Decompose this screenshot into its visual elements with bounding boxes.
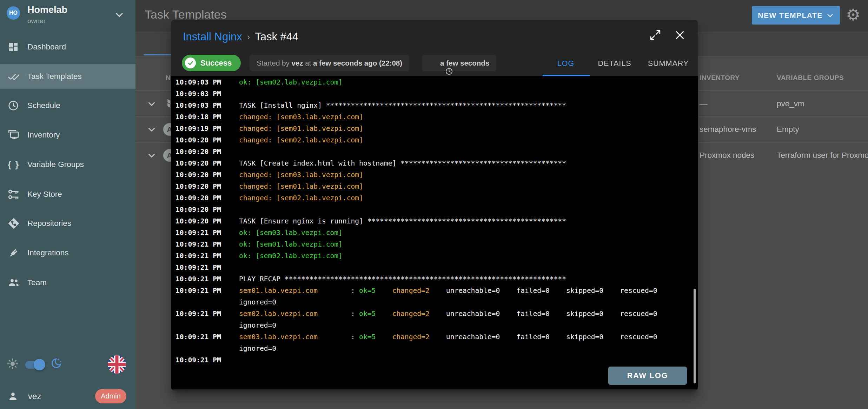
sidebar-item-variable-groups[interactable]: { }Variable Groups xyxy=(0,152,135,177)
dark-mode-toggle-knob[interactable] xyxy=(34,359,45,370)
gear-icon[interactable]: ⚙ xyxy=(846,5,860,25)
tab-log[interactable]: LOG xyxy=(557,59,574,68)
column-header-variable-groups: VARIABLE GROUPS xyxy=(777,74,844,82)
log-message: ignored=0 xyxy=(239,344,276,353)
log-timestamp: 10:09:18 PM xyxy=(175,113,221,121)
log-message: changed: [sem01.lab.vezpi.com] xyxy=(239,182,363,190)
sidebar-item-label: Repositories xyxy=(27,219,71,228)
log-line: 10:09:21 PMok: [sem03.lab.vezpi.com] xyxy=(175,227,698,239)
chevron-down-icon[interactable] xyxy=(147,99,156,108)
log-timestamp: 10:09:20 PM xyxy=(175,206,221,214)
log-line: 10:09:20 PM xyxy=(175,146,698,157)
moon-icon xyxy=(51,357,63,370)
cell-variable-groups: Terraform user for Proxmox xyxy=(777,151,868,160)
sidebar-item-label: Inventory xyxy=(27,130,60,140)
started-user: vez xyxy=(291,59,303,67)
schedule-icon xyxy=(8,100,20,112)
log-timestamp: 10:09:21 PM xyxy=(175,275,221,283)
tab-details[interactable]: DETAILS xyxy=(598,59,631,68)
sidebar-item-key-store[interactable]: Key Store xyxy=(0,182,135,207)
theme-toggle-row xyxy=(0,355,135,375)
page-title: Task Templates xyxy=(145,8,227,21)
template-link[interactable]: Install Nginx xyxy=(183,31,242,43)
team-icon xyxy=(8,277,20,289)
log-line: 10:09:03 PMTASK [Install nginx] ********… xyxy=(175,100,698,111)
chevron-down-icon[interactable] xyxy=(147,125,156,134)
sidebar-item-label: Variable Groups xyxy=(27,160,84,169)
log-timestamp: 10:09:21 PM xyxy=(175,240,221,248)
log-timestamp: 10:09:03 PM xyxy=(175,90,221,98)
log-line: ignored=0 xyxy=(175,343,698,354)
sidebar-item-label: Dashboard xyxy=(27,42,66,52)
log-line: 10:09:21 PM xyxy=(175,262,698,273)
chevron-down-icon[interactable] xyxy=(147,151,156,160)
user-row[interactable]: vez Admin xyxy=(0,386,135,407)
repositories-icon xyxy=(8,217,20,229)
log-line: 10:09:20 PMchanged: [sem02.lab.vezpi.com… xyxy=(175,134,698,146)
uk-flag-icon[interactable] xyxy=(108,355,126,374)
log-timestamp: 10:09:20 PM xyxy=(175,159,221,167)
log-timestamp: 10:09:20 PM xyxy=(175,194,221,202)
log-timestamp: 10:09:21 PM xyxy=(175,356,221,364)
sidebar-item-label: Task Templates xyxy=(27,72,82,81)
cell-inventory: — xyxy=(700,99,708,108)
task-title: Task #44 xyxy=(255,31,298,43)
sidebar-item-integrations[interactable]: Integrations xyxy=(0,241,135,265)
log-line: 10:09:20 PMchanged: [sem03.lab.vezpi.com… xyxy=(175,169,698,181)
modal-breadcrumb: Install Nginx › Task #44 xyxy=(183,30,298,44)
task-log-output[interactable]: 10:09:03 PMok: [sem02.lab.vezpi.com]10:0… xyxy=(171,76,698,389)
sidebar-item-dashboard[interactable]: Dashboard xyxy=(0,35,135,59)
sidebar-item-label: Integrations xyxy=(27,248,69,257)
log-timestamp: 10:09:20 PM xyxy=(175,136,221,144)
cell-variable-groups: Empty xyxy=(777,125,799,134)
sidebar-item-label: Team xyxy=(27,278,47,287)
log-message: ignored=0 xyxy=(239,321,276,329)
log-timestamp: 10:09:20 PM xyxy=(175,148,221,156)
cell-variable-groups: pve_vm xyxy=(777,99,804,108)
log-message: sem02.lab.vezpi.com : ok=5 changed=2 unr… xyxy=(239,310,657,318)
tasks-icon xyxy=(8,71,20,82)
sidebar-item-label: Key Store xyxy=(27,190,62,199)
task-log-modal: Install Nginx › Task #44 Success Started… xyxy=(171,20,698,390)
log-line: ignored=0 xyxy=(175,296,698,308)
tab-summary[interactable]: SUMMARY xyxy=(648,59,689,68)
sidebar-item-inventory[interactable]: Inventory xyxy=(0,123,135,147)
log-message: ok: [sem02.lab.vezpi.com] xyxy=(239,78,343,86)
log-message: TASK [Install nginx] *******************… xyxy=(239,101,566,109)
new-template-button[interactable]: NEW TEMPLATE xyxy=(752,6,840,25)
log-line: 10:09:19 PMchanged: [sem01.lab.vezpi.com… xyxy=(175,123,698,134)
sidebar-item-schedule[interactable]: Schedule xyxy=(0,93,135,118)
log-timestamp: 10:09:20 PM xyxy=(175,217,221,225)
log-timestamp: 10:09:03 PM xyxy=(175,101,221,109)
cell-inventory: semaphore-vms xyxy=(700,125,756,134)
expand-icon[interactable] xyxy=(650,29,661,41)
sidebar-item-repositories[interactable]: Repositories xyxy=(0,211,135,236)
log-scrollbar-thumb[interactable] xyxy=(694,289,696,383)
log-message: ignored=0 xyxy=(239,298,276,306)
close-icon[interactable] xyxy=(675,30,685,40)
log-timestamp: 10:09:21 PM xyxy=(175,229,221,237)
project-selector[interactable]: HO Homelab owner xyxy=(0,0,135,32)
log-message: changed: [sem01.lab.vezpi.com] xyxy=(239,125,363,133)
variables-icon: { } xyxy=(8,159,20,170)
integrations-icon xyxy=(8,247,20,259)
modal-status-row: Success Started by vez at a few seconds … xyxy=(182,55,496,71)
started-time: a few seconds ago (22:08) xyxy=(313,59,402,67)
log-message: changed: [sem03.lab.vezpi.com] xyxy=(239,113,363,121)
log-timestamp: 10:09:21 PM xyxy=(175,252,221,260)
log-line: 10:09:21 PM xyxy=(175,354,698,366)
log-line: 10:09:21 PMok: [sem02.lab.vezpi.com] xyxy=(175,250,698,262)
raw-log-button[interactable]: RAW LOG xyxy=(608,367,687,385)
log-message: TASK [Ensure nginx is running] *********… xyxy=(239,217,566,225)
log-line: 10:09:21 PMok: [sem01.lab.vezpi.com] xyxy=(175,239,698,250)
person-icon xyxy=(7,391,19,402)
sidebar-item-team[interactable]: Team xyxy=(0,270,135,295)
log-message: ok: [sem01.lab.vezpi.com] xyxy=(239,240,343,248)
user-name: vez xyxy=(28,391,41,401)
sidebar-item-task-templates[interactable]: Task Templates xyxy=(0,64,135,89)
chevron-down-icon xyxy=(826,12,834,19)
log-timestamp: 10:09:19 PM xyxy=(175,125,221,133)
project-role: owner xyxy=(27,17,46,25)
sidebar-item-label: Schedule xyxy=(27,101,60,110)
sun-icon xyxy=(7,358,18,369)
